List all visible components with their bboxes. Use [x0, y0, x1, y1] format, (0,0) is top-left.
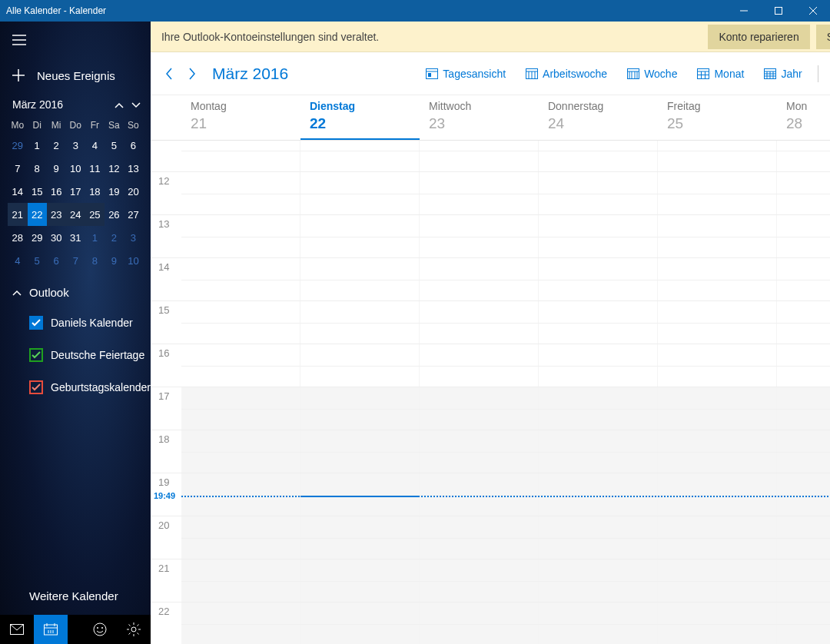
time-cell[interactable] [420, 141, 539, 171]
mini-cal-day[interactable]: 17 [66, 180, 85, 203]
more-calendars-button[interactable]: Weitere Kalender [0, 577, 118, 615]
mini-cal-day[interactable]: 5 [28, 249, 47, 272]
mini-cal-day[interactable]: 1 [85, 226, 105, 249]
mini-cal-day[interactable]: 18 [85, 180, 105, 203]
day-header[interactable]: Dienstag22 [300, 95, 420, 140]
view-month-button[interactable]: Monat [691, 68, 750, 80]
mini-cal-day[interactable]: 23 [47, 203, 66, 226]
mini-cal-day[interactable]: 29 [8, 134, 28, 157]
mini-cal-day[interactable]: 10 [66, 157, 85, 180]
now-indicator [181, 496, 830, 497]
mini-cal-day[interactable]: 8 [28, 157, 47, 180]
month-icon [697, 68, 709, 79]
hour-row[interactable] [151, 141, 830, 171]
calendar-item[interactable]: Geburtstagskalender [29, 371, 151, 403]
mini-cal-next[interactable] [128, 98, 144, 111]
mini-cal-day[interactable]: 31 [66, 226, 85, 249]
time-cell[interactable] [777, 141, 830, 171]
mini-cal-day[interactable]: 25 [85, 203, 105, 226]
mini-cal-prev[interactable] [111, 98, 128, 111]
mini-cal-header: März 2016 [0, 92, 151, 117]
mini-cal-day[interactable]: 30 [47, 226, 66, 249]
hour-row[interactable]: 13 [151, 214, 830, 257]
calendar-item[interactable]: Daniels Kalender [29, 307, 151, 339]
close-window-button[interactable] [795, 0, 830, 22]
mini-cal-day[interactable]: 20 [124, 180, 143, 203]
view-workweek-button[interactable]: Arbeitswoche [520, 68, 613, 80]
mini-cal-day[interactable]: 19 [105, 180, 124, 203]
day-header[interactable]: Freitag25 [658, 95, 777, 140]
mini-cal-day[interactable]: 13 [124, 157, 143, 180]
mini-cal-day[interactable]: 3 [124, 226, 143, 249]
hour-row[interactable]: 14 [151, 257, 830, 300]
mini-cal-day[interactable]: 29 [28, 226, 47, 249]
calendar-item[interactable]: Deutsche Feiertage [29, 339, 151, 371]
mini-cal-day[interactable]: 9 [105, 249, 124, 272]
hour-row[interactable]: 16 [151, 344, 830, 387]
mini-cal-day[interactable]: 2 [105, 226, 124, 249]
mini-cal-day[interactable]: 10 [124, 249, 143, 272]
close-alert-button[interactable]: Schließen [816, 25, 830, 49]
calendar-grid[interactable]: 121314151617181920212219:49 [151, 141, 830, 644]
hour-row[interactable]: 20 [151, 516, 830, 559]
calendar-button[interactable] [34, 615, 68, 644]
feedback-button[interactable] [83, 615, 117, 644]
view-year-button[interactable]: Jahr [758, 68, 808, 80]
mini-cal-day[interactable]: 5 [105, 134, 124, 157]
time-cell[interactable] [300, 141, 420, 171]
hour-row[interactable]: 19 [151, 473, 830, 516]
day-name: Mon [786, 100, 830, 112]
mail-button[interactable] [0, 615, 34, 644]
day-header[interactable]: Mittwoch23 [420, 95, 539, 140]
mini-cal-day[interactable]: 12 [105, 157, 124, 180]
mini-cal-day[interactable]: 4 [85, 134, 105, 157]
account-section-toggle[interactable]: Outlook [0, 278, 151, 307]
view-week-button[interactable]: Woche [621, 68, 683, 80]
mini-cal-day[interactable]: 7 [66, 249, 85, 272]
mini-cal-day[interactable]: 6 [124, 134, 143, 157]
mini-cal-day[interactable]: 14 [8, 180, 28, 203]
minimize-button[interactable] [726, 0, 761, 22]
bottom-bar [0, 615, 151, 644]
svg-rect-10 [45, 625, 58, 635]
hour-row[interactable]: 18 [151, 430, 830, 473]
mini-cal-day[interactable]: 21 [8, 203, 28, 226]
hour-row[interactable]: 12 [151, 171, 830, 214]
mini-cal-day[interactable]: 26 [105, 203, 124, 226]
mini-cal-day[interactable]: 15 [28, 180, 47, 203]
mini-cal-day[interactable]: 28 [8, 226, 28, 249]
repair-account-button[interactable]: Konto reparieren [708, 25, 809, 49]
settings-button[interactable] [117, 615, 151, 644]
day-header[interactable]: Donnerstag24 [539, 95, 658, 140]
time-cell[interactable] [539, 141, 658, 171]
prev-period-button[interactable] [161, 66, 177, 81]
time-cell[interactable] [181, 141, 300, 171]
calendar-item-label: Deutsche Feiertage [51, 349, 144, 361]
mini-cal-day[interactable]: 27 [124, 203, 143, 226]
mini-cal-day[interactable]: 3 [66, 134, 85, 157]
mini-cal-day[interactable]: 22 [28, 203, 47, 226]
day-header[interactable]: Montag21 [181, 95, 300, 140]
hour-row[interactable]: 17 [151, 387, 830, 430]
day-header[interactable]: Mon28 [777, 95, 830, 140]
hamburger-button[interactable] [0, 22, 151, 58]
hour-row[interactable]: 21 [151, 559, 830, 602]
mini-cal-day[interactable]: 6 [47, 249, 66, 272]
hour-row[interactable]: 22 [151, 602, 830, 644]
time-cell[interactable] [658, 141, 777, 171]
next-period-button[interactable] [184, 66, 200, 81]
mini-cal-day[interactable]: 11 [85, 157, 105, 180]
mini-cal-day[interactable]: 2 [47, 134, 66, 157]
today-button[interactable]: Heute [828, 68, 830, 80]
new-event-button[interactable]: Neues Ereignis [0, 58, 151, 92]
mini-cal-day[interactable]: 9 [47, 157, 66, 180]
hour-row[interactable]: 15 [151, 300, 830, 344]
view-day-button[interactable]: Tagesansicht [420, 68, 512, 80]
mini-cal-day[interactable]: 7 [8, 157, 28, 180]
mini-cal-day[interactable]: 1 [28, 134, 47, 157]
mini-cal-day[interactable]: 4 [8, 249, 28, 272]
maximize-button[interactable] [761, 0, 795, 22]
mini-cal-day[interactable]: 8 [85, 249, 105, 272]
mini-cal-day[interactable]: 24 [66, 203, 85, 226]
mini-cal-day[interactable]: 16 [47, 180, 66, 203]
